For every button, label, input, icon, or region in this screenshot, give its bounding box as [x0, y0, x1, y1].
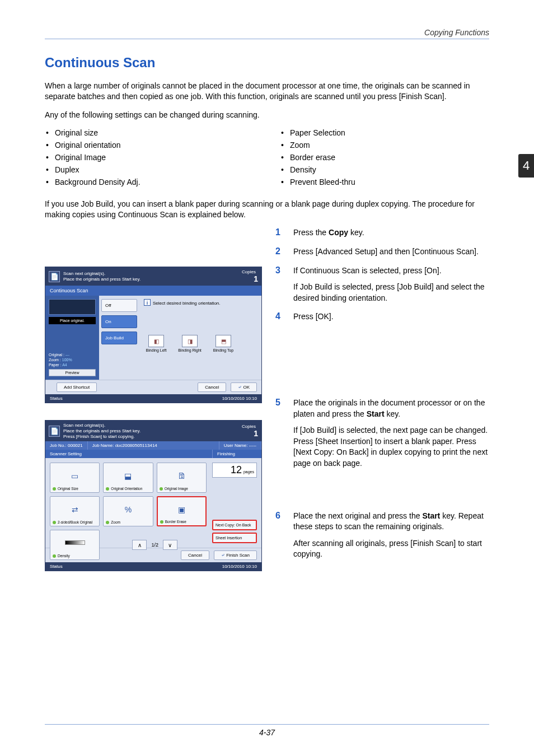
copies-value: 1: [242, 274, 258, 283]
binding-left-button[interactable]: ◧Binding Left: [144, 335, 168, 352]
info-paper-value: A4: [62, 363, 67, 367]
next-copy-button[interactable]: Next Copy: On Back: [212, 520, 257, 530]
intro-paragraph-3: If you use Job Build, you can insert a b…: [45, 199, 489, 220]
job-name: Job Name: doc20080505113414: [88, 441, 219, 450]
zoom-icon: %: [106, 498, 150, 520]
header-line2: Place the originals and press Start key.: [63, 277, 238, 282]
section-title: Continuous Scan: [45, 55, 489, 71]
page-down-button[interactable]: ∨: [163, 540, 177, 550]
cancel-button[interactable]: Cancel: [198, 382, 226, 392]
status-label[interactable]: Status: [50, 396, 63, 401]
info-icon: i: [144, 299, 151, 306]
pages-counter: 12 pages: [212, 463, 257, 478]
step-number: 5: [275, 398, 283, 469]
copies-value: 1: [242, 429, 258, 438]
sheet-insertion-button[interactable]: Sheet Insertion: [212, 533, 257, 543]
list-item: Prevent Bleed-thru: [280, 178, 355, 186]
info-zoom-label: Zoom: [49, 358, 59, 362]
page-number: 4-37: [45, 724, 489, 737]
list-item: Background Density Adj.: [45, 178, 257, 186]
pages-value: 12: [231, 464, 242, 476]
step-number: 6: [275, 511, 283, 560]
original-orientation-button[interactable]: ⬓Original Orientation: [103, 463, 153, 493]
status-datetime: 10/10/2010 10:10: [222, 396, 257, 401]
density-button[interactable]: Density: [50, 530, 100, 560]
list-item: Duplex: [45, 165, 257, 174]
binding-right-icon: ◨: [182, 335, 198, 347]
step-number: 4: [275, 311, 283, 323]
border-erase-button[interactable]: ▣Border Erase: [157, 496, 207, 526]
page-up-button[interactable]: ∧: [132, 540, 147, 550]
chapter-tab: 4: [518, 154, 534, 178]
pages-label: pages: [243, 470, 254, 474]
on-button[interactable]: On: [101, 315, 137, 328]
two-sided-button[interactable]: ⇄2-sided/Book Original: [50, 496, 100, 526]
border-erase-icon: ▣: [160, 499, 203, 520]
binding-top-icon: ⬒: [216, 335, 231, 347]
binding-right-button[interactable]: ◨Binding Right: [177, 335, 202, 352]
two-sided-icon: ⇄: [53, 498, 97, 520]
list-item: Original size: [45, 128, 257, 137]
finish-scan-button[interactable]: ⤶ Finish Scan: [214, 550, 257, 560]
finishing-title: Finishing: [212, 450, 261, 458]
copies-label: Copies: [242, 424, 256, 429]
user-name: User Name: -----: [219, 441, 261, 450]
list-item: Zoom: [280, 141, 355, 150]
add-shortcut-button[interactable]: Add Shortcut: [57, 382, 97, 392]
off-button[interactable]: Off: [101, 299, 137, 312]
list-item: Border erase: [280, 153, 355, 162]
info-original-label: Original: [49, 353, 62, 357]
step-number: 2: [275, 246, 283, 258]
copy-mode-icon: 📄: [49, 426, 60, 437]
job-build-button[interactable]: Job Build: [101, 332, 137, 344]
copies-label: Copies: [242, 269, 256, 274]
original-size-icon: ▭: [53, 465, 97, 487]
step-5: 5 Place the originals in the document pr…: [275, 398, 489, 469]
header-line1: Scan next original(s).: [63, 271, 238, 277]
binding-left-icon: ◧: [148, 335, 164, 347]
status-label[interactable]: Status: [50, 564, 63, 569]
header-line2: Place the originals and press Start key.: [63, 428, 238, 434]
scanner-setting-title: Scanner Setting: [45, 450, 212, 458]
density-icon: [53, 532, 97, 554]
original-orientation-icon: ⬓: [106, 465, 150, 487]
info-original-value: ---: [65, 353, 69, 357]
running-head: Copying Functions: [45, 28, 489, 39]
cancel-button[interactable]: Cancel: [181, 550, 209, 560]
list-item: Original Image: [45, 153, 257, 162]
binding-top-button[interactable]: ⬒Binding Top: [211, 335, 236, 352]
info-zoom-value: 100%: [62, 358, 72, 362]
step-6: 6 Place the next original and press the …: [275, 511, 489, 560]
place-original-label: Place original.: [49, 317, 96, 324]
zoom-button[interactable]: %Zoom: [103, 496, 153, 526]
screenshot-continuous-scan: 📄 Scan next original(s). Place the origi…: [45, 267, 262, 403]
page-indicator: 1/2: [151, 542, 158, 548]
original-size-button[interactable]: ▭Original Size: [50, 463, 100, 493]
info-paper-label: Paper: [49, 363, 59, 367]
original-image-button[interactable]: 🖺Original Image: [157, 463, 207, 493]
intro-paragraph-2: Any of the following settings can be cha…: [45, 110, 489, 120]
list-item: Density: [280, 165, 355, 174]
intro-paragraph-1: When a large number of originals cannot …: [45, 81, 489, 102]
ok-button[interactable]: ⤶ OK: [231, 382, 257, 392]
settings-list-left: Original size Original orientation Origi…: [45, 128, 257, 190]
step-1: 1 Press the Copy key.: [275, 227, 489, 239]
copy-mode-icon: 📄: [49, 271, 60, 282]
header-line1: Scan next original(s).: [63, 423, 238, 428]
binding-hint: Select desired binding orientation.: [153, 301, 221, 306]
preview-button[interactable]: Preview: [49, 369, 96, 376]
screenshot-scanner-setting: 📄 Scan next original(s). Place the origi…: [45, 420, 262, 571]
settings-list-right: Paper Selection Zoom Border erase Densit…: [280, 128, 355, 190]
step-number: 3: [275, 265, 283, 304]
original-image-icon: 🖺: [160, 465, 204, 487]
list-item: Original orientation: [45, 141, 257, 150]
step-3: 3 If Continuous Scan is selected, press …: [275, 265, 489, 304]
job-number: Job No.: 000021: [45, 441, 88, 450]
step-4: 4 Press [OK].: [275, 311, 489, 323]
status-datetime: 10/10/2010 10:10: [222, 564, 257, 569]
list-item: Paper Selection: [280, 128, 355, 137]
step-number: 1: [275, 227, 283, 239]
header-line3: Press [Finish Scan] to start copying.: [63, 434, 238, 440]
step-2: 2 Press [Advanced Setup] and then [Conti…: [275, 246, 489, 258]
tab-continuous-scan[interactable]: Continuous Scan: [45, 286, 261, 296]
